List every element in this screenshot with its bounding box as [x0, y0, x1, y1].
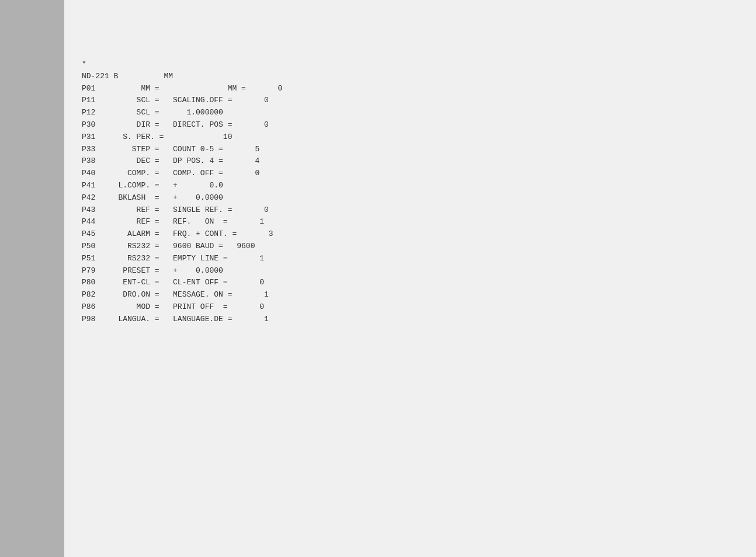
- main-content: *ND-221 B MMP01 MM = MM = 0P11 SCL = SCA…: [64, 0, 756, 557]
- terminal-line: P11 SCL = SCALING.OFF = 0: [82, 95, 738, 107]
- terminal-line: P30 DIR = DIRECT. POS = 0: [82, 119, 738, 131]
- terminal-line: P98 LANGUA. = LANGUAGE.DE = 1: [82, 314, 738, 326]
- terminal-line: P12 SCL = 1.000000: [82, 107, 738, 119]
- terminal-line: P33 STEP = COUNT 0-5 = 5: [82, 144, 738, 156]
- left-sidebar: [0, 0, 64, 557]
- terminal-line: P31 S. PER. = 10: [82, 131, 738, 144]
- terminal-line: P80 ENT-CL = CL-ENT OFF = 0: [82, 277, 738, 289]
- terminal-line: P40 COMP. = COMP. OFF = 0: [82, 168, 738, 180]
- terminal-line: P79 PRESET = + 0.0000: [82, 265, 738, 277]
- terminal-line: P45 ALARM = FRQ. + CONT. = 3: [82, 228, 738, 241]
- terminal-line: P44 REF = REF. ON = 1: [82, 216, 738, 228]
- terminal-line: P82 DRO.ON = MESSAGE. ON = 1: [82, 289, 738, 301]
- terminal-line: P38 DEC = DP POS. 4 = 4: [82, 155, 738, 168]
- terminal-line: ND-221 B MM: [82, 71, 738, 83]
- terminal-line: P50 RS232 = 9600 BAUD = 9600: [82, 241, 738, 253]
- terminal-area: *ND-221 B MMP01 MM = MM = 0P11 SCL = SCA…: [82, 58, 738, 326]
- terminal-line: P86 MOD = PRINT OFF = 0: [82, 301, 738, 314]
- terminal-line: P41 L.COMP. = + 0.0: [82, 180, 738, 192]
- terminal-line: P43 REF = SINGLE REF. = 0: [82, 204, 738, 217]
- terminal-line: *: [82, 58, 738, 71]
- terminal-line: P01 MM = MM = 0: [82, 83, 738, 95]
- terminal-line: P42 BKLASH = + 0.0000: [82, 192, 738, 204]
- terminal-line: P51 RS232 = EMPTY LINE = 1: [82, 253, 738, 265]
